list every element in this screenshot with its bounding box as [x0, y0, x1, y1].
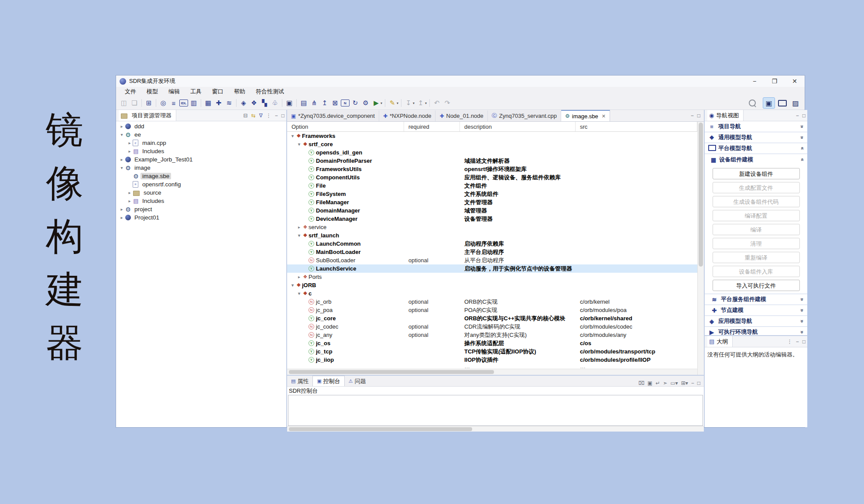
table-row-domainprofileparser[interactable]: YDomainProfileParser域描述文件解析器 — [287, 157, 697, 165]
menu-item-2[interactable]: 编辑 — [163, 88, 185, 96]
chevron-up-icon[interactable]: » — [799, 158, 806, 161]
editor-vertical-scrollbar[interactable] — [697, 122, 704, 375]
nav-section-3[interactable]: ◈应用模型导航» — [705, 316, 807, 327]
table-row-jc-any[interactable]: Njc_anyoptional对any类型的支持(C实现)c/orb/modul… — [287, 331, 697, 339]
row-expander[interactable]: ▾ — [290, 134, 295, 138]
scroll-lock-icon[interactable]: ▣ — [648, 380, 652, 386]
tree-item-includes[interactable]: ▸▤Includes — [116, 197, 286, 205]
profile-icon[interactable]: ▤ — [299, 98, 309, 108]
row-expander[interactable]: ▾ — [296, 291, 302, 296]
tree-item-ee[interactable]: ▾⚙ee — [116, 130, 286, 139]
minimize-console-icon[interactable]: − — [691, 380, 694, 386]
chevron-down-icon[interactable]: » — [799, 320, 806, 323]
menu-item-0[interactable]: 文件 — [120, 88, 141, 96]
waveform-icon[interactable]: ◈ — [239, 98, 248, 108]
layers-icon[interactable]: ≋ — [224, 98, 234, 108]
chevron-down-icon[interactable]: » — [799, 309, 806, 312]
tree-expander[interactable]: ▸ — [119, 157, 125, 162]
pin-console-icon[interactable]: ➣ — [663, 380, 667, 386]
table-row-jc-orb[interactable]: Njc_orboptionalORB的C实现c/orb/kernel — [287, 298, 697, 306]
chevron-up-icon[interactable]: » — [799, 147, 806, 150]
restore-button[interactable]: ❐ — [765, 75, 785, 87]
minimize-panel-icon[interactable]: − — [796, 113, 799, 119]
tree-item-project01[interactable]: ▸Project01 — [116, 213, 286, 222]
maximize-panel-icon[interactable]: □ — [281, 113, 285, 119]
tree-expander[interactable]: ▸ — [127, 190, 133, 195]
filter-icon[interactable]: ∇ — [259, 113, 263, 119]
menu-item-3[interactable]: 工具 — [185, 88, 207, 96]
tree-expander[interactable]: ▸ — [119, 124, 125, 129]
package-icon[interactable]: ▣ — [285, 98, 294, 108]
device-perspective[interactable]: ▣ — [763, 97, 775, 109]
chevron-down-icon[interactable]: » — [799, 331, 806, 334]
minimize-button[interactable]: − — [744, 75, 765, 87]
chevron-down-icon[interactable]: » — [799, 125, 806, 128]
upload-icon[interactable]: ↥ — [320, 98, 329, 108]
tree-expander[interactable]: ▸ — [119, 215, 125, 220]
open-console-icon[interactable]: ⊞▾ — [681, 380, 688, 386]
collapse-all-icon[interactable]: ⊟ — [243, 113, 248, 119]
tree-item-ddd[interactable]: ▸ddd — [116, 122, 286, 130]
clear-console-icon[interactable]: ⌧ — [638, 380, 645, 386]
properties-icon[interactable]: ≡ — [169, 98, 178, 108]
tree-expander[interactable]: ▾ — [119, 165, 125, 170]
table-row-componentutils[interactable]: YComponentUtils应用组件、逻辑设备、服务组件依赖库 — [287, 173, 697, 182]
library-icon[interactable]: ▥ — [189, 98, 199, 108]
table-row-srtf-core[interactable]: ▾❖srtf_core — [287, 140, 697, 148]
table-row-opensds-idl-gen[interactable]: Yopensds_idl_gen — [287, 148, 697, 157]
tree-expander[interactable]: ▸ — [127, 199, 133, 203]
nav-section-4[interactable]: ▶可执行环境导航» — [705, 327, 807, 336]
menu-item-5[interactable]: 帮助 — [229, 88, 250, 96]
tree-expander[interactable]: ▾ — [119, 132, 125, 137]
nav-subsection-1[interactable]: ≋平台服务组件建模» — [705, 294, 807, 305]
table-row-service[interactable]: ▸❖service — [287, 223, 697, 231]
minimize-panel-icon[interactable]: − — [275, 113, 278, 119]
tree-expander[interactable]: ▸ — [127, 149, 133, 154]
table-row-c[interactable]: ▾❖c — [287, 289, 697, 298]
node-add-icon[interactable]: ✚ — [214, 98, 223, 108]
table-row-frameworksutils[interactable]: YFrameworksUtilsopensrtf操作环境框架库 — [287, 165, 697, 173]
chip-icon[interactable]: ▦ — [203, 98, 213, 108]
tree-item-opensrtf-config[interactable]: ≡opensrtf.config — [116, 180, 286, 189]
plugin-icon[interactable]: ❖ — [249, 98, 259, 108]
maximize-panel-icon[interactable]: □ — [802, 113, 806, 119]
tree-item-example-jorb-test01[interactable]: ▸Example_Jorb_Test01 — [116, 155, 286, 164]
menu-item-4[interactable]: 窗口 — [207, 88, 229, 96]
minimize-panel-icon[interactable]: − — [796, 339, 799, 345]
restart-icon[interactable]: ↻ — [350, 98, 360, 108]
menu-item-1[interactable]: 模型 — [141, 88, 163, 96]
tree-item-main-cpp[interactable]: ▸cmain.cpp — [116, 139, 286, 147]
close-tab-icon[interactable]: ✕ — [602, 113, 606, 119]
console-tab-问题[interactable]: ⚠问题 — [345, 376, 370, 386]
idl-icon[interactable]: IDL — [179, 99, 188, 106]
chevron-down-icon[interactable]: » — [799, 298, 806, 301]
tree-item-image[interactable]: ▾⚙image — [116, 164, 286, 172]
fork-icon[interactable]: ⋔ — [309, 98, 319, 108]
table-row-mainbootloader[interactable]: YMainBootLoader主平台启动程序 — [287, 248, 697, 256]
view-menu-icon[interactable]: ⋮ — [266, 113, 271, 119]
nav-section-0[interactable]: ≡项目导航» — [705, 121, 807, 132]
editor-tab-zynq7035-servant-cpp[interactable]: ⓒZynq7035_servant.cpp — [488, 110, 561, 121]
table-row-launchcommon[interactable]: YLaunchCommon启动程序依赖库 — [287, 240, 697, 248]
delete-doc-icon[interactable]: ⊠ — [330, 98, 340, 108]
table-row-jc-core[interactable]: Yjc_coreORB的C实现与C++实现共享的核心模块c/orb/kernel… — [287, 314, 697, 322]
table-row-jc-os[interactable]: Yjc_os操作系统适配层c/os — [287, 339, 697, 347]
tree-item-includes[interactable]: ▸▤Includes — [116, 147, 286, 155]
modeling-perspective[interactable]: ▨ — [790, 98, 801, 108]
close-button[interactable]: ✕ — [785, 75, 805, 87]
new-wizard-icon[interactable]: ⊞ — [144, 98, 154, 108]
editor-tab-image-sbe[interactable]: ⚙image.sbe✕ — [561, 110, 610, 121]
nav-button-0[interactable]: 新建设备组件 — [713, 168, 800, 179]
run-icon-dropdown[interactable]: ▾ — [381, 101, 382, 105]
tree-item-source[interactable]: ▸source — [116, 189, 286, 197]
tree-expander[interactable]: ▸ — [127, 141, 133, 145]
note-icon[interactable]: N — [341, 99, 350, 106]
column-description[interactable]: description — [460, 122, 576, 131]
search-icon[interactable] — [749, 99, 756, 106]
row-expander[interactable]: ▾ — [296, 142, 302, 147]
table-row-jc-tcp[interactable]: Yjc_tcpTCP传输实现(适配IIOP协议)c/orb/modules/tr… — [287, 347, 697, 356]
column-required[interactable]: required — [404, 122, 460, 131]
table-row-filemanager[interactable]: YFileManager文件管理器 — [287, 198, 697, 206]
row-expander[interactable]: ▾ — [290, 283, 295, 288]
console-output[interactable] — [288, 395, 703, 426]
